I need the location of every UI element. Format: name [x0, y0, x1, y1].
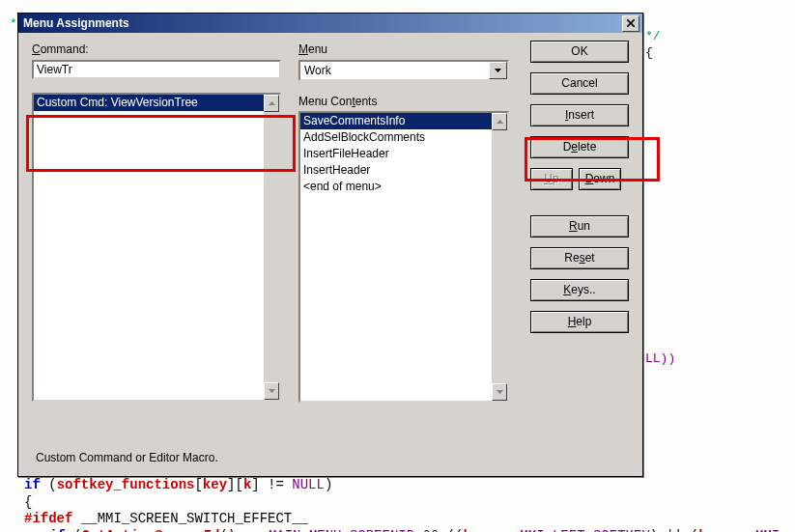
menu-combobox[interactable]: Work — [298, 60, 509, 81]
combo-dropdown-button[interactable] — [489, 62, 507, 79]
scroll-up-icon[interactable] — [264, 95, 279, 112]
bg-brace: { — [645, 29, 795, 62]
run-button[interactable]: Run — [530, 215, 629, 238]
close-icon — [627, 19, 635, 27]
scroll-down-icon[interactable] — [492, 383, 507, 401]
menu-assignments-dialog: Menu Assignments Command: Custom Cmd: Vi… — [17, 13, 643, 477]
chevron-down-icon — [495, 69, 501, 72]
help-button[interactable]: Help — [530, 311, 629, 333]
menu-contents-item[interactable]: InsertHeader — [300, 162, 507, 179]
menu-contents-item[interactable]: AddSelBlockComments — [300, 129, 507, 146]
menu-contents-listbox[interactable]: SaveCommentsInfoAddSelBlockCommentsInser… — [298, 111, 509, 403]
menu-contents-item[interactable]: <end of menu> — [300, 179, 507, 195]
close-button[interactable] — [622, 15, 639, 32]
up-button[interactable]: Up — [530, 168, 573, 190]
delete-button[interactable]: Delete — [530, 136, 629, 158]
down-button[interactable]: Down — [579, 168, 621, 190]
command-listbox[interactable]: Custom Cmd: ViewVersionTree — [32, 93, 281, 402]
bg-comment-end: */ — [645, 13, 795, 45]
scroll-down-icon[interactable] — [264, 382, 279, 400]
ok-button[interactable]: OK — [530, 41, 629, 63]
bg-ll: LL)) — [645, 335, 795, 368]
command-list-item-selected[interactable]: Custom Cmd: ViewVersionTree — [34, 95, 279, 111]
button-column: OK Cancel Insert Delete Up Down Run Rese… — [530, 41, 629, 333]
keys-button[interactable]: Keys.. — [530, 279, 629, 301]
menu-column: Menu Work Menu Contents SaveCommentsInfo… — [298, 42, 509, 403]
menu-contents-label: Menu Contents — [298, 95, 509, 108]
titlebar[interactable]: Menu Assignments — [18, 14, 642, 33]
source-code: if (softkey_functions[key][k] != NULL) {… — [24, 477, 780, 532]
menu-contents-scrollbar[interactable] — [492, 113, 507, 401]
dialog-body: Command: Custom Cmd: ViewVersionTree Men… — [18, 33, 642, 476]
menu-contents-item[interactable]: SaveCommentsInfo — [300, 113, 507, 129]
command-column: Command: Custom Cmd: ViewVersionTree — [32, 42, 281, 403]
menu-contents-item[interactable]: InsertFileHeader — [300, 146, 507, 162]
scroll-up-icon[interactable] — [492, 113, 507, 130]
cancel-button[interactable]: Cancel — [530, 72, 629, 95]
dialog-title: Menu Assignments — [23, 14, 129, 33]
command-label: Command: — [32, 42, 281, 56]
reset-button[interactable]: Reset — [530, 247, 629, 269]
footer-hint: Custom Command or Editor Macro. — [36, 451, 218, 464]
menu-value: Work — [300, 62, 489, 79]
command-scrollbar[interactable] — [264, 95, 279, 400]
menu-label: Menu — [298, 42, 509, 56]
command-input[interactable] — [32, 60, 281, 79]
insert-button[interactable]: Insert — [530, 104, 629, 126]
